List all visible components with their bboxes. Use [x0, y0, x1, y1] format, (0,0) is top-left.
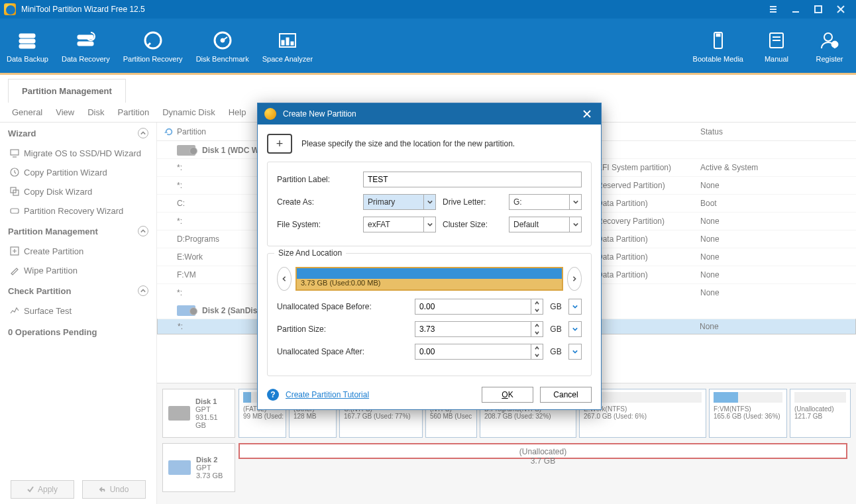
- dialog-title: Create New Partition: [283, 109, 356, 119]
- create-partition-tutorial-link[interactable]: Create Partition Tutorial: [286, 390, 369, 399]
- minimize-button[interactable]: [784, 2, 807, 17]
- unit-label: GB: [549, 325, 563, 334]
- main-toolbar: Data Backup Data Recovery Partition Reco…: [0, 19, 856, 73]
- create-partition-dialog: Create New Partition + Please specify th…: [257, 103, 602, 410]
- svg-rect-10: [282, 40, 284, 45]
- menu-general[interactable]: General: [5, 107, 49, 117]
- usb-disk-icon: [168, 460, 191, 475]
- spinner-up-icon[interactable]: [531, 344, 543, 352]
- svg-point-16: [824, 33, 832, 41]
- svg-rect-14: [716, 34, 720, 36]
- label-cluster-size: Cluster Size:: [443, 220, 502, 229]
- register-button[interactable]: Register: [803, 25, 856, 67]
- sidebar: Wizard Migrate OS to SSD/HD Wizard Copy …: [0, 123, 157, 504]
- spinner-up-icon[interactable]: [531, 322, 543, 329]
- hamburger-icon[interactable]: [762, 2, 784, 17]
- app-title: MiniTool Partition Wizard Free 12.5: [21, 5, 145, 14]
- svg-rect-4: [78, 35, 93, 39]
- create-as-select[interactable]: Primary: [363, 194, 436, 210]
- slider-next-button[interactable]: [567, 267, 582, 291]
- partition-label-input[interactable]: [363, 172, 582, 187]
- svg-rect-1: [19, 34, 35, 38]
- operations-pending: 0 Operations Pending: [0, 321, 156, 344]
- spinner-down-icon[interactable]: [531, 352, 543, 359]
- sidebar-item-migrate-os[interactable]: Migrate OS to SSD/HD Wizard: [0, 144, 156, 163]
- spinner-down-icon[interactable]: [531, 307, 543, 314]
- label-partition-label: Partition Label:: [277, 175, 356, 184]
- chevron-up-icon: [138, 128, 148, 138]
- bootable-media-button[interactable]: Bootable Media: [686, 25, 750, 67]
- svg-point-17: [831, 41, 838, 48]
- diskmap-disk1-info[interactable]: Disk 1GPT931.51 GB: [162, 389, 235, 438]
- undo-button[interactable]: Undo: [82, 480, 146, 499]
- apply-button[interactable]: Apply: [11, 480, 74, 499]
- menu-view[interactable]: View: [49, 107, 81, 117]
- svg-rect-3: [19, 44, 35, 48]
- label-file-system: File System:: [277, 220, 356, 229]
- sidebar-item-surface-test[interactable]: Surface Test: [0, 301, 156, 321]
- usb-disk-icon: [177, 305, 195, 316]
- drive-letter-select[interactable]: G:: [509, 194, 582, 210]
- titlebar: MiniTool Partition Wizard Free 12.5: [0, 0, 856, 19]
- unalloc-before-input[interactable]: [415, 299, 543, 315]
- cancel-button[interactable]: Cancel: [540, 387, 592, 403]
- unalloc-after-input[interactable]: [415, 344, 543, 360]
- maximize-button[interactable]: [807, 2, 829, 17]
- diskmap-block[interactable]: F:VM(NTFS)165.6 GB (Used: 36%): [709, 389, 787, 438]
- manual-button[interactable]: Manual: [750, 25, 803, 67]
- label-unalloc-after: Unallocated Space After:: [277, 347, 409, 356]
- sidebar-group-wizard[interactable]: Wizard: [0, 123, 156, 144]
- chevron-down-icon: [569, 195, 581, 209]
- diskmap-disk2-info[interactable]: Disk 2GPT3.73 GB: [162, 443, 235, 492]
- space-analyzer-button[interactable]: Space Analyzer: [256, 25, 319, 67]
- menu-dynamic-disk[interactable]: Dynamic Disk: [156, 107, 221, 117]
- menu-disk[interactable]: Disk: [81, 107, 111, 117]
- sidebar-item-copy-disk[interactable]: Copy Disk Wizard: [0, 182, 156, 201]
- size-location-legend: Size And Location: [274, 248, 346, 258]
- chevron-down-icon: [569, 217, 581, 232]
- slider-prev-button[interactable]: [277, 267, 292, 291]
- menu-help[interactable]: Help: [222, 107, 253, 117]
- sidebar-item-wipe-partition[interactable]: Wipe Partition: [0, 261, 156, 280]
- column-status[interactable]: Status: [700, 127, 856, 136]
- tab-strip: Partition Management: [0, 73, 856, 103]
- sidebar-item-create-partition[interactable]: Create Partition: [0, 242, 156, 261]
- ok-button[interactable]: OK: [482, 387, 533, 403]
- svg-point-6: [145, 32, 161, 48]
- menu-partition[interactable]: Partition: [111, 107, 156, 117]
- sidebar-item-partition-recovery[interactable]: Partition Recovery Wizard: [0, 201, 156, 221]
- close-button[interactable]: [829, 2, 852, 17]
- sidebar-item-copy-partition[interactable]: Copy Partition Wizard: [0, 163, 156, 182]
- tab-partition-management[interactable]: Partition Management: [8, 79, 126, 103]
- chevron-up-icon: [138, 226, 148, 236]
- unit-label: GB: [549, 347, 563, 356]
- unit-select[interactable]: [568, 321, 582, 337]
- create-partition-icon: +: [267, 134, 292, 154]
- diskmap-block[interactable]: (Unallocated)3.7 GB: [239, 443, 847, 459]
- data-recovery-button[interactable]: Data Recovery: [55, 25, 117, 67]
- disk-benchmark-button[interactable]: Disk Benchmark: [189, 25, 256, 67]
- partition-size-input[interactable]: [415, 321, 543, 337]
- label-unalloc-before: Unallocated Space Before:: [277, 302, 409, 311]
- svg-rect-11: [286, 38, 289, 45]
- refresh-icon[interactable]: [161, 127, 177, 136]
- dialog-intro-text: Please specify the size and the location…: [301, 139, 515, 148]
- sidebar-group-check-partition[interactable]: Check Partition: [0, 280, 156, 301]
- sidebar-group-partition-management[interactable]: Partition Management: [0, 221, 156, 242]
- help-icon[interactable]: ?: [267, 389, 279, 401]
- svg-rect-2: [19, 39, 35, 43]
- partition-recovery-button[interactable]: Partition Recovery: [117, 25, 189, 67]
- svg-rect-0: [815, 6, 822, 13]
- unit-select[interactable]: [568, 299, 582, 315]
- size-slider[interactable]: 3.73 GB (Used:0.00 MB): [295, 267, 563, 291]
- diskmap-block[interactable]: (Unallocated)121.7 GB: [790, 389, 851, 438]
- spinner-up-icon[interactable]: [531, 299, 543, 307]
- unit-select[interactable]: [568, 344, 582, 360]
- data-backup-button[interactable]: Data Backup: [0, 25, 55, 67]
- dialog-titlebar[interactable]: Create New Partition: [258, 103, 601, 125]
- dialog-close-button[interactable]: [580, 107, 594, 121]
- spinner-down-icon[interactable]: [531, 329, 543, 336]
- file-system-select[interactable]: exFAT: [363, 217, 436, 232]
- cluster-size-select[interactable]: Default: [509, 217, 582, 232]
- disk-icon: [168, 406, 190, 421]
